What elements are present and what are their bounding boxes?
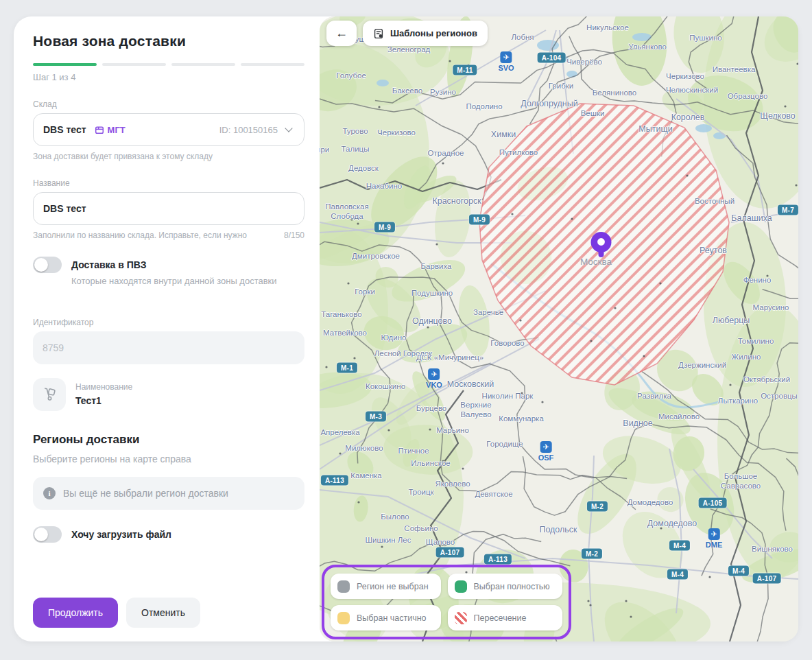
page-title: Новая зона доставки: [33, 33, 304, 49]
legend-swatch-icon: [455, 580, 467, 593]
entity-label: Наименование: [75, 382, 132, 392]
step-label: Шаг 1 из 4: [33, 72, 304, 82]
legend-label: Пересечение: [474, 613, 527, 623]
road-badge: А-113: [321, 475, 348, 486]
identifier-input: [33, 331, 304, 364]
notice-text: Вы ещё не выбрали регион доставки: [63, 488, 228, 499]
road-badge: М-4: [667, 569, 688, 580]
arrow-left-icon: ←: [335, 26, 348, 40]
upload-toggle-row: Хочу загрузить файл: [33, 526, 304, 543]
airport-code: OSF: [538, 453, 554, 462]
legend-label: Выбран частично: [357, 613, 427, 623]
cancel-button[interactable]: Отменить: [126, 598, 200, 628]
road-badge: М-4: [728, 566, 749, 576]
warehouse-tag-label: МГТ: [108, 125, 126, 135]
plane-icon: ✈: [429, 368, 440, 380]
road-badge: М-3: [366, 412, 386, 422]
airport-marker: ✈VKO: [426, 368, 442, 389]
identifier-label: Идентификатор: [33, 318, 304, 327]
name-input[interactable]: [33, 192, 304, 225]
legend-label: Выбран полностью: [474, 582, 550, 591]
road-badge: А-105: [699, 498, 727, 508]
legend-swatch-icon: [337, 580, 350, 593]
region-map[interactable]: АлабушевоЗеленоградЛобняНикульскоеУльянк…: [320, 16, 798, 641]
hand-truck-icon: [33, 378, 66, 411]
pvz-toggle-row: Доставка в ПВЗ Которые находятся внутри …: [33, 257, 304, 287]
name-counter: 8/150: [284, 231, 304, 240]
road-badge: А-113: [484, 554, 512, 565]
pvz-toggle-title: Доставка в ПВЗ: [71, 257, 277, 273]
template-doc-icon: [373, 28, 384, 39]
road-badge: М-9: [469, 215, 490, 225]
plane-icon: ✈: [540, 441, 552, 453]
road-badge: М-1: [337, 363, 357, 373]
road-badge: М-2: [582, 549, 602, 559]
warehouse-helper: Зона доставки будет привязана к этому ск…: [33, 152, 304, 161]
airport-marker: ✈OSF: [538, 441, 554, 462]
map-legend: Регион не выбранВыбран полностьюВыбран ч…: [322, 565, 571, 639]
info-icon: i: [43, 487, 56, 499]
pvz-toggle-subtitle: Которые находятся внутри данной зоны дос…: [71, 276, 277, 287]
main-card: Новая зона доставки Шаг 1 из 4 Склад DBS…: [14, 16, 798, 641]
location-pin-icon: [588, 231, 614, 263]
road-badge: М-9: [374, 222, 395, 233]
progress-segment: [33, 63, 97, 66]
map-toolbar: ← Шаблоны регионов: [326, 21, 488, 46]
road-badge: М-7: [778, 205, 798, 215]
chevron-down-icon: [285, 124, 292, 132]
legend-label: Регион не выбран: [357, 582, 429, 591]
warehouse-value: DBS тест: [43, 124, 86, 135]
warehouse-label: Склад: [33, 99, 304, 109]
form-actions: Продолжить Отменить: [33, 598, 200, 628]
road-badge: М-11: [453, 65, 477, 75]
warehouse-id: ID: 100150165: [219, 125, 278, 135]
progress-bar: [33, 63, 304, 66]
regions-hint: Выберите регионы на карте справа: [33, 453, 304, 464]
legend-chip: Выбран полностью: [448, 574, 562, 599]
airport-code: DME: [706, 541, 722, 549]
legend-chip: Пересечение: [448, 605, 562, 630]
road-badge: М-2: [587, 502, 608, 512]
region-templates-button[interactable]: Шаблоны регионов: [363, 21, 488, 46]
continue-button[interactable]: Продолжить: [33, 598, 118, 628]
plane-icon: ✈: [500, 51, 512, 63]
airport-marker: ✈SVO: [498, 51, 514, 72]
empty-region-notice: i Вы ещё не выбрали регион доставки: [33, 477, 304, 510]
road-badge: А-104: [538, 53, 566, 63]
upload-toggle-title: Хочу загрузить файл: [71, 526, 171, 543]
box-icon: [95, 125, 104, 134]
progress-segment: [171, 63, 235, 66]
name-helper: Заполнили по названию склада. Исправьте,…: [33, 231, 247, 240]
upload-file-toggle[interactable]: [33, 526, 62, 543]
delivery-zone-form: Новая зона доставки Шаг 1 из 4 Склад DBS…: [14, 16, 320, 641]
regions-heading: Регионы доставки: [33, 433, 304, 447]
road-badge: М-4: [669, 541, 690, 551]
legend-swatch-icon: [337, 612, 350, 624]
map-canvas: [320, 16, 798, 641]
region-templates-label: Шаблоны регионов: [390, 28, 477, 38]
entity-row: Наименование Тест1: [33, 378, 304, 411]
airport-code: SVO: [498, 64, 514, 72]
warehouse-tag: МГТ: [95, 125, 126, 135]
back-button[interactable]: ←: [326, 21, 357, 46]
legend-swatch-icon: [455, 612, 467, 624]
legend-chip: Регион не выбран: [331, 574, 441, 599]
airport-code: VKO: [426, 381, 442, 389]
name-label: Название: [33, 178, 304, 188]
legend-chip: Выбран частично: [331, 605, 441, 630]
plane-icon: ✈: [708, 528, 719, 540]
progress-segment: [241, 63, 304, 66]
progress-segment: [102, 63, 166, 66]
pvz-toggle[interactable]: [33, 257, 62, 273]
road-badge: А-107: [436, 547, 464, 558]
road-badge: А-107: [753, 574, 781, 584]
entity-value: Тест1: [75, 395, 132, 406]
warehouse-select[interactable]: DBS тест МГТ ID: 100150165: [33, 113, 304, 146]
airport-marker: ✈DME: [706, 528, 722, 549]
